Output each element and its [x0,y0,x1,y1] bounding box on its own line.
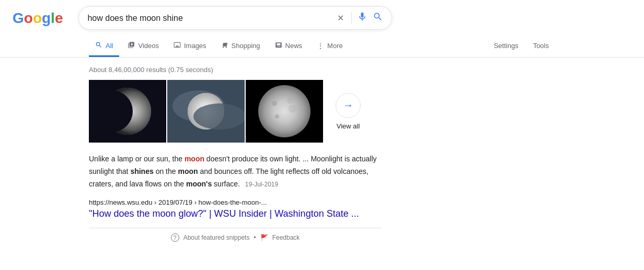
mic-icon[interactable] [357,11,367,25]
tab-videos-label: Videos [138,42,159,50]
nav-tabs: All Videos Images Shopping News ⋮ More S… [0,36,644,57]
tools-link[interactable]: Tools [527,37,555,56]
feedback-link[interactable]: Feedback [272,234,300,241]
clear-icon[interactable]: ✕ [335,11,346,25]
view-all-text: View all [337,122,360,130]
snippet-footer: ? About featured snippets • 🚩 Feedback [89,228,382,242]
moon-image-3[interactable] [246,80,323,143]
snippet-date: 19-Jul-2019 [245,181,278,188]
settings-link[interactable]: Settings [488,37,525,56]
moon-image-1[interactable] [89,80,166,143]
svg-point-7 [193,103,245,130]
settings-label: Settings [494,42,519,50]
svg-point-9 [258,85,310,137]
logo-g2: g [42,10,51,27]
results-area: About 8,46,00,000 results (0.75 seconds) [0,57,470,252]
more-icon: ⋮ [317,42,324,50]
result-title[interactable]: "How does the moon glow?" | WSU Insider … [89,208,359,219]
svg-point-10 [272,101,277,106]
arrow-icon: → [343,99,353,111]
tab-videos[interactable]: Videos [121,36,165,57]
google-logo[interactable]: Google [13,10,63,27]
moon-link-1[interactable]: moon [185,155,204,163]
news-icon [275,41,282,50]
tab-more-label: More [327,42,343,50]
view-all-circle: → [336,93,361,118]
tab-shopping[interactable]: Shopping [215,36,267,57]
tools-label: Tools [533,42,549,50]
logo-e: e [55,10,63,27]
tab-news-label: News [285,42,303,50]
tab-shopping-label: Shopping [232,42,260,50]
logo-o1: o [24,10,33,27]
divider [351,12,352,25]
view-all-button[interactable]: → View all [336,93,361,130]
tab-images-label: Images [184,42,206,50]
moon-images [89,80,323,143]
settings-tools: Settings Tools [488,37,555,56]
feedback-icon: 🚩 [260,234,268,241]
image-strip: → View all [89,80,382,143]
bullet-divider: • [254,234,256,241]
tab-more[interactable]: ⋮ More [310,37,349,57]
question-icon: ? [171,233,179,242]
video-icon [128,41,135,50]
logo-l: l [51,10,55,27]
results-stats: About 8,46,00,000 results (0.75 seconds) [89,66,382,74]
about-snippets-link[interactable]: About featured snippets [183,234,250,241]
result-url: https://news.wsu.edu › 2019/07/19 › how-… [89,198,382,206]
snippet-text: Unlike a lamp or our sun, the moon doesn… [89,153,382,190]
svg-point-11 [289,104,297,113]
logo-o2: o [33,10,42,27]
tab-all[interactable]: All [89,36,119,57]
svg-point-13 [287,98,293,104]
search-bar: how does the moon shine ✕ [78,6,392,30]
moon-image-2[interactable] [167,80,245,143]
search-bar-wrapper: how does the moon shine ✕ [78,6,392,30]
header: Google how does the moon shine ✕ [0,0,644,36]
images-icon [174,41,181,50]
svg-point-12 [275,114,279,119]
logo-g: G [13,10,24,27]
shopping-icon [221,41,228,50]
tab-images[interactable]: Images [167,36,213,57]
search-input[interactable]: how does the moon shine [87,14,330,23]
search-icon [95,41,102,50]
tab-all-label: All [106,42,113,50]
search-button[interactable] [373,11,383,25]
tab-news[interactable]: News [269,36,309,57]
